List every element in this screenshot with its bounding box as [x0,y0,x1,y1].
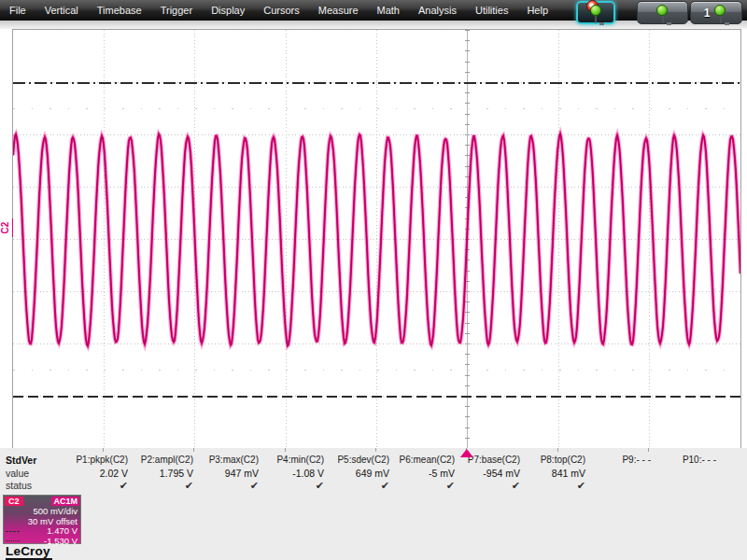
measure-column-p5[interactable]: P5:sdev(C2)649 mV✔ [326,455,391,493]
measure-column-p10[interactable]: P10:- - - [653,455,718,493]
coupling-badge: AC1M [51,497,79,506]
measure-column-p7[interactable]: P7:base(C2)-954 mV✔ [457,455,522,493]
measure-row-labels: StdVer value status [6,455,36,493]
measure-value: 1.795 V [130,468,193,481]
alarm-status-button[interactable] [576,1,615,24]
monitor-orb-icon-group [655,8,670,21]
status-check-icon: ✔ [64,480,128,493]
measure-status-row-label: status [6,480,36,493]
lecroy-logo: LeCroy [6,544,52,560]
measure-table: P1:pkpk(C2)2.02 V✔P2:ampl(C2)1.795 V✔P3:… [64,455,718,493]
status-check-icon: ✔ [195,480,259,493]
measure-value: -5 mV [391,468,455,481]
measure-value: 649 mV [326,468,389,481]
level-high-row: 1.470 V [4,526,80,537]
display-status-button[interactable] [637,1,688,24]
measure-value [587,468,651,481]
status-check-icon: ✔ [130,480,193,493]
green-orb-icon [656,5,668,16]
menu-item-file[interactable]: File [0,0,35,21]
measure-column-p6[interactable]: P6:mean(C2)-5 mV✔ [391,455,457,493]
menu-item-trigger[interactable]: Trigger [151,0,202,21]
status-check-icon: ✔ [326,480,389,493]
status-empty [653,480,716,493]
menu-item-cursors[interactable]: Cursors [254,0,309,21]
measure-column-p9[interactable]: P9:- - - [587,455,653,493]
menu-item-display[interactable]: Display [202,0,254,21]
channel-c2-axis-label[interactable]: C2 [0,218,13,237]
channel-badge: C2 [5,497,23,506]
status-empty [587,480,651,493]
alarm-orb-icon-group [588,8,604,21]
measure-value: -1.08 V [261,468,324,481]
menu-item-measure[interactable]: Measure [309,0,368,21]
measure-value: 841 mV [522,468,585,481]
status-check-icon: ✔ [522,480,585,493]
waveform-grid[interactable] [12,29,741,449]
measure-column-p8[interactable]: P8:top(C2)841 mV✔ [522,455,587,493]
measure-column-p4[interactable]: P4:min(C2)-1.08 V✔ [261,455,326,493]
green-orb-icon [590,5,601,16]
measure-column-p1[interactable]: P1:pkpk(C2)2.02 V✔ [64,455,130,493]
menubar-shadow-strip [0,21,747,29]
menu-item-vertical[interactable]: Vertical [35,0,88,21]
display-1-status-button[interactable]: 1 [690,1,742,24]
volts-per-div-value: 500 mV/div [4,507,80,517]
monitor-orb-icon-group [712,8,728,21]
status-check-icon: ✔ [261,480,324,493]
menu-item-math[interactable]: Math [368,0,409,21]
measure-value: 947 mV [195,468,259,481]
graticule-and-trace [13,30,740,448]
oscilloscope-screen: FileVerticalTimebaseTriggerDisplayCursor… [0,0,747,560]
level-high-value: 1.470 V [47,526,78,537]
display-1-count-label: 1 [704,7,711,20]
dotted-line-icon [6,540,20,541]
dash-dot-line-icon [6,531,20,532]
menu-bar: FileVerticalTimebaseTriggerDisplayCursor… [0,0,747,21]
trigger-time-marker[interactable] [460,449,473,457]
status-check-icon: ✔ [391,480,455,493]
menu-item-analysis[interactable]: Analysis [409,0,466,21]
trigger-position-marker-strip[interactable] [12,448,740,458]
channel-descriptor-c2[interactable]: C2 AC1M 500 mV/div 30 mV offset 1.470 V … [3,495,81,544]
measure-column-p3[interactable]: P3:max(C2)947 mV✔ [195,455,261,493]
menu-item-help[interactable]: Help [517,0,557,21]
measure-value-row-label: value [6,468,36,481]
measure-value [653,468,716,481]
measure-value: -954 mV [457,468,520,481]
measure-column-p2[interactable]: P2:ampl(C2)1.795 V✔ [130,455,195,493]
menu-item-timebase[interactable]: Timebase [88,0,151,21]
green-orb-icon [714,5,726,16]
menu-item-utilities[interactable]: Utilities [466,0,517,21]
measure-value: 2.02 V [64,468,128,481]
status-check-icon: ✔ [457,480,520,493]
